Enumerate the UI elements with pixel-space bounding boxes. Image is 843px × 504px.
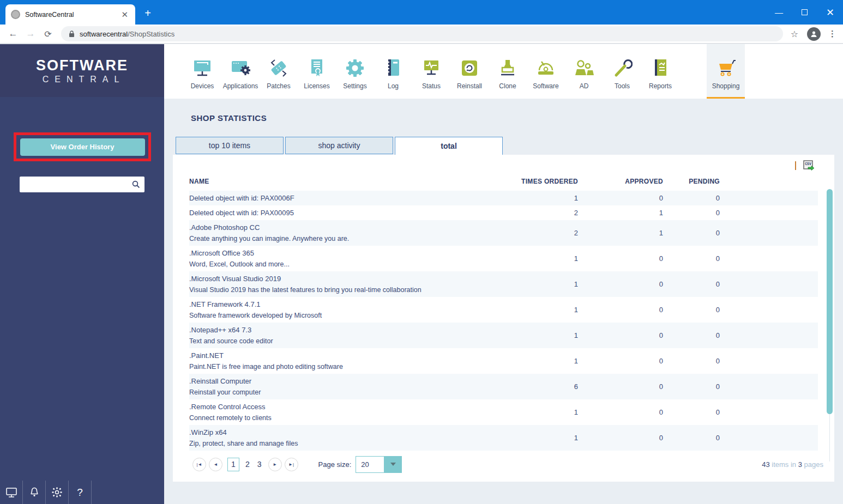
- table-row[interactable]: .Adobe Photoshop CC Create anything you …: [189, 220, 818, 246]
- status-icon: [422, 58, 441, 78]
- bookmark-star-icon[interactable]: ☆: [791, 29, 798, 39]
- pending-value: 0: [663, 306, 720, 314]
- sidebar-search-input[interactable]: [24, 180, 132, 189]
- nav-item-software[interactable]: Software: [527, 44, 565, 99]
- nav-item-devices[interactable]: Devices: [183, 44, 221, 99]
- nav-item-patches[interactable]: Patches: [260, 44, 298, 99]
- first-page-button[interactable]: |◄: [192, 458, 206, 471]
- item-name: .Adobe Photoshop CC: [189, 222, 491, 233]
- chevron-down-icon[interactable]: [384, 457, 401, 472]
- table-row[interactable]: .Microsoft Office 365 Word, Excel, Outlo…: [189, 246, 818, 271]
- reload-button[interactable]: ⟳: [39, 29, 57, 39]
- item-name: .WinZip x64: [189, 427, 491, 438]
- devices-footer-button[interactable]: [0, 481, 23, 504]
- item-description: Visual Studio 2019 has the latest featur…: [189, 284, 491, 295]
- monitor-icon: [5, 487, 17, 498]
- settings-footer-button[interactable]: [46, 481, 69, 504]
- browser-tab[interactable]: SoftwareCentral ✕: [5, 4, 135, 25]
- tab-shop-activity[interactable]: shop activity: [285, 137, 393, 154]
- view-order-history-button[interactable]: View Order History: [20, 138, 145, 156]
- screen: SoftwareCentral ✕ + — ✕ ← → ⟳ softwarece…: [0, 0, 843, 504]
- forward-button[interactable]: →: [22, 28, 39, 39]
- page-3-link[interactable]: 3: [254, 460, 266, 469]
- new-tab-button[interactable]: +: [141, 6, 155, 20]
- pending-value: 0: [663, 382, 720, 391]
- nav-item-licenses[interactable]: Licenses: [298, 44, 336, 99]
- pending-value: 0: [663, 331, 720, 339]
- last-page-button[interactable]: ►|: [285, 458, 298, 471]
- sidebar-search: [20, 177, 144, 192]
- tab-total[interactable]: total: [395, 137, 503, 155]
- browser-menu-icon[interactable]: ⋮: [828, 29, 836, 39]
- table-row[interactable]: .Remote Control Access Connect remotely …: [189, 399, 818, 425]
- times-ordered-value: 1: [496, 331, 578, 339]
- clone-icon: [498, 58, 517, 78]
- page-title: SHOP STATISTICS: [191, 113, 843, 123]
- item-description: Reinstall your computer: [189, 387, 491, 398]
- app-frame: SOFTWARE CENTRAL View Order History: [0, 44, 843, 504]
- item-description: Word, Excel, Outlook and more...: [189, 259, 491, 270]
- nav-item-status[interactable]: Status: [412, 44, 450, 99]
- top-navigation: Devices: [164, 44, 843, 99]
- approved-value: 0: [578, 434, 663, 442]
- minimize-button[interactable]: —: [766, 0, 792, 25]
- approved-value: 0: [578, 331, 663, 339]
- nav-item-reinstall[interactable]: Reinstall: [450, 44, 489, 99]
- page-size-value: 20: [356, 457, 384, 472]
- nav-item-reports[interactable]: Reports: [641, 44, 679, 99]
- table-row[interactable]: .WinZip x64 Zip, protect, share and mana…: [189, 425, 818, 451]
- table-row[interactable]: .Notepad++ x64 7.3 Text and source code …: [189, 323, 818, 348]
- nav-item-clone[interactable]: Clone: [489, 44, 527, 99]
- tab-close-icon[interactable]: ✕: [119, 10, 130, 20]
- export-csv-icon[interactable]: CSV: [803, 160, 815, 172]
- close-button[interactable]: ✕: [817, 0, 843, 25]
- nav-item-log[interactable]: Log: [374, 44, 412, 99]
- scrollbar-thumb[interactable]: [827, 189, 833, 414]
- table-row[interactable]: .Reinstall Computer Reinstall your compu…: [189, 374, 818, 399]
- nav-item-ad[interactable]: AD: [565, 44, 603, 99]
- table-row[interactable]: Deleted object with id: PAX00095 2 1 0: [189, 205, 818, 220]
- page-2-link[interactable]: 2: [242, 460, 254, 469]
- applications-icon: [229, 58, 252, 78]
- logo: SOFTWARE CENTRAL: [0, 44, 164, 97]
- help-button[interactable]: ?: [69, 481, 92, 504]
- pending-value: 0: [663, 434, 720, 442]
- table-row[interactable]: .Microsoft Visual Studio 2019 Visual Stu…: [189, 271, 818, 297]
- times-ordered-value: 2: [496, 229, 578, 237]
- tab-top-10-items[interactable]: top 10 items: [176, 137, 284, 154]
- url-host: softwarecentral: [80, 30, 128, 38]
- browser-titlebar: SoftwareCentral ✕ + — ✕: [0, 0, 843, 25]
- prev-page-button[interactable]: ◄: [209, 458, 222, 471]
- logo-line2: CENTRAL: [39, 75, 125, 84]
- page-1-current[interactable]: 1: [227, 458, 239, 471]
- profile-avatar[interactable]: [807, 27, 821, 41]
- nav-item-settings[interactable]: Settings: [336, 44, 374, 99]
- table-row[interactable]: .Paint.NET Paint.NET is free image and p…: [189, 348, 818, 374]
- item-description: Text and source code editor: [189, 336, 491, 347]
- software-icon: [535, 58, 557, 78]
- tab-title: SoftwareCentral: [25, 11, 119, 19]
- times-ordered-value: 1: [496, 280, 578, 288]
- next-page-button[interactable]: ►: [268, 458, 282, 471]
- nav-item-tools[interactable]: Tools: [603, 44, 641, 99]
- page-size-dropdown[interactable]: 20: [356, 456, 402, 473]
- summary-end: pages: [802, 460, 823, 469]
- pending-value: 0: [663, 254, 720, 263]
- reports-icon: [652, 58, 669, 78]
- devices-icon: [191, 58, 213, 78]
- address-bar[interactable]: softwarecentral/ShopStatistics: [61, 26, 783, 41]
- statistics-panel: CSV NAME TIMES ORDERED APPROVED PENDING: [173, 155, 834, 482]
- nav-item-shopping[interactable]: Shopping: [707, 44, 745, 99]
- item-name: .Microsoft Office 365: [189, 248, 491, 259]
- header-pending: PENDING: [663, 178, 720, 185]
- times-ordered-value: 1: [496, 306, 578, 314]
- table-row[interactable]: Deleted object with id: PAX0006F 1 0 0: [189, 191, 818, 205]
- pagination-bar: |◄ ◄ 1 2 3 ► ►| Page size: 20: [173, 451, 834, 478]
- nav-item-applications[interactable]: Applications: [221, 44, 260, 99]
- maximize-button[interactable]: [792, 0, 817, 25]
- url-path: /ShopStatistics: [128, 30, 174, 38]
- item-description: Zip, protect, share and manage files: [189, 438, 491, 449]
- notifications-button[interactable]: [23, 481, 46, 504]
- table-row[interactable]: .NET Framework 4.7.1 Software framework …: [189, 297, 818, 323]
- back-button[interactable]: ←: [4, 28, 22, 39]
